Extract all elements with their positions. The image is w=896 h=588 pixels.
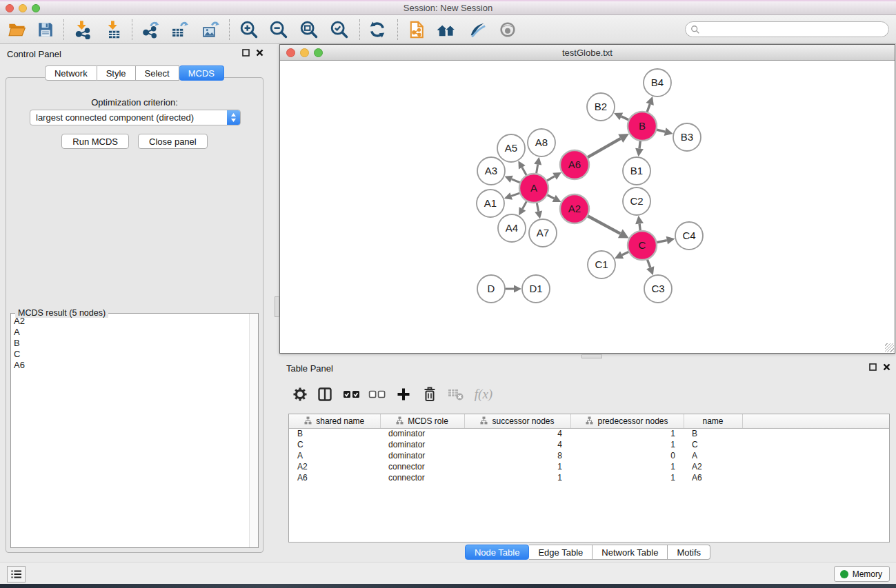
network-edge[interactable] [646,259,654,276]
network-edge[interactable] [546,172,561,181]
close-panel-icon[interactable] [883,363,890,371]
mcds-result-item[interactable]: A2 [11,316,248,327]
network-node[interactable]: A4 [498,214,526,242]
column-header-predecessor-nodes[interactable]: predecessor nodes [570,414,684,428]
network-node[interactable]: A5 [497,134,525,162]
run-mcds-button[interactable]: Run MCDS [61,134,129,149]
show-details-eye-icon[interactable] [496,18,519,41]
table-cell[interactable]: 1 [464,472,570,483]
table-cell[interactable]: C [684,439,742,450]
network-edge[interactable] [519,201,527,215]
import-network-icon[interactable] [71,18,94,41]
splitter-handle[interactable] [275,296,279,317]
open-session-icon[interactable] [6,18,29,41]
network-node[interactable]: A2 [560,194,589,223]
minimize-window-button[interactable] [19,4,27,12]
show-columns-icon[interactable] [314,383,336,405]
save-session-icon[interactable] [34,18,57,41]
network-node[interactable]: C2 [623,187,650,215]
network-edge[interactable] [504,176,520,183]
export-image-icon[interactable] [199,18,222,41]
search-input[interactable] [703,23,888,36]
network-node[interactable]: A8 [528,129,555,156]
zoom-fit-icon[interactable] [297,18,321,41]
column-header-mcds-role[interactable]: MCDS role [380,414,464,428]
network-edge[interactable] [534,157,541,174]
network-edge[interactable] [587,134,629,158]
tab-mcds[interactable]: MCDS [179,65,224,81]
import-table-icon[interactable] [102,18,126,41]
mcds-result-item[interactable]: B [11,338,248,349]
mcds-result-item[interactable]: A [11,327,248,338]
network-node[interactable]: A1 [477,190,504,217]
table-row[interactable]: Bdominator41B [289,428,889,439]
float-panel-icon[interactable] [869,363,877,371]
network-node[interactable]: D1 [522,275,550,303]
network-node[interactable]: A [519,174,548,203]
close-window-button[interactable] [6,4,14,12]
network-node[interactable]: A3 [477,157,505,185]
table-row[interactable]: A2connector11A2 [289,461,889,472]
network-window-titlebar[interactable]: testGlobe.txt [280,45,895,61]
deselect-all-icon[interactable] [366,383,388,405]
export-table-icon[interactable] [168,18,191,41]
column-header-name[interactable]: name [684,414,742,428]
network-canvas[interactable]: AA6A2BCA5A8A3A1A4A7B4B2B3B1C2C4C1C3DD1 [280,61,895,353]
table-cell[interactable]: 4 [464,439,570,450]
mcds-result-item[interactable]: A6 [11,360,248,371]
network-edge[interactable] [547,195,561,203]
network-zoom-button[interactable] [314,48,323,57]
column-header-shared-name[interactable]: shared name [289,414,380,428]
table-cell[interactable]: A6 [289,472,380,483]
network-minimize-button[interactable] [300,48,309,57]
network-edge[interactable] [587,216,628,239]
table-cell[interactable]: A [684,450,742,461]
network-edge[interactable] [635,216,644,231]
network-edge[interactable] [518,161,526,175]
create-network-view-icon[interactable] [405,18,428,41]
network-edge[interactable] [646,97,654,112]
memory-button[interactable]: Memory [834,566,890,582]
table-cell[interactable]: 1 [464,461,570,472]
table-cell[interactable]: A2 [289,461,380,472]
table-cell[interactable]: A2 [684,461,742,472]
table-row[interactable]: A6connector11A6 [289,472,889,483]
tab-select[interactable]: Select [136,65,179,81]
network-node[interactable]: C [628,231,657,260]
network-edge[interactable] [614,112,629,120]
network-edge[interactable] [615,252,629,259]
network-node[interactable]: D [477,275,505,303]
network-edge[interactable] [635,141,644,156]
tab-network[interactable]: Network [45,65,97,81]
table-cell[interactable]: 1 [570,472,684,483]
table-cell[interactable]: A6 [684,472,742,483]
table-cell[interactable]: C [289,439,380,450]
network-node[interactable]: A6 [560,150,589,179]
table-cell[interactable]: 0 [570,450,684,461]
network-node[interactable]: B [628,112,657,141]
network-edge[interactable] [535,203,542,219]
refresh-icon[interactable] [366,18,389,41]
table-cell[interactable]: 1 [570,461,684,472]
search-box[interactable] [685,21,889,37]
table-cell[interactable]: connector [380,461,464,472]
tab-node-table[interactable]: Node Table [465,545,530,560]
table-cell[interactable]: B [684,428,742,439]
tab-motifs[interactable]: Motifs [668,545,710,560]
table-cell[interactable]: 1 [570,428,684,439]
network-edge[interactable] [505,285,521,292]
mcds-result-scrollbar[interactable] [249,314,258,547]
table-cell[interactable]: A [289,450,380,461]
network-edge[interactable] [504,192,520,199]
zoom-out-icon[interactable] [267,18,290,41]
table-row[interactable]: Cdominator41C [289,439,889,450]
network-node[interactable]: C3 [644,275,672,303]
table-cell[interactable]: B [289,428,380,439]
network-node[interactable]: C4 [675,222,703,250]
resize-grip[interactable] [885,343,894,352]
network-node[interactable]: B2 [587,93,615,121]
tab-style[interactable]: Style [97,65,136,81]
task-history-button[interactable] [7,566,26,582]
create-column-plus-icon[interactable] [392,383,415,405]
table-cell[interactable]: 8 [464,450,570,461]
